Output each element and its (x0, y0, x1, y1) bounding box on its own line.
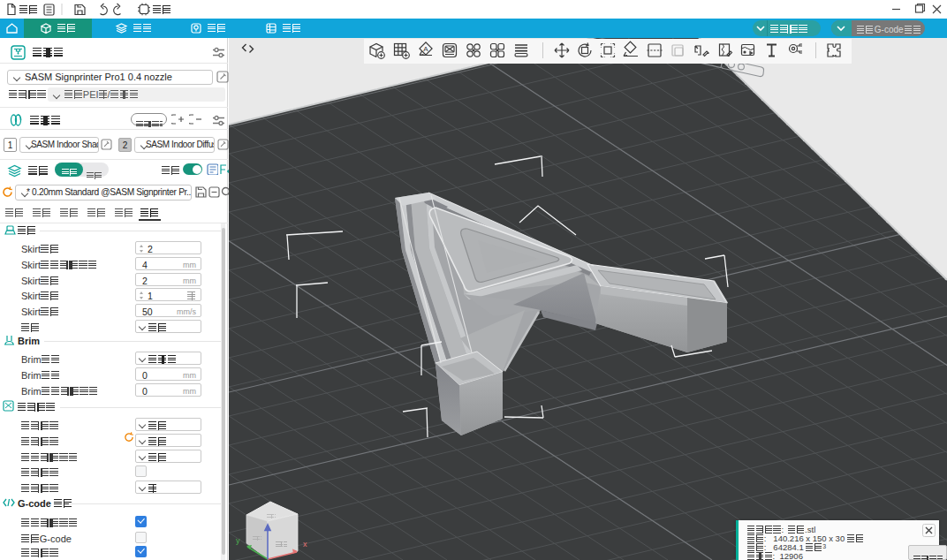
svg-text:x: x (303, 540, 307, 549)
svg-text:A: A (423, 45, 428, 53)
svg-text:y: y (236, 536, 240, 545)
